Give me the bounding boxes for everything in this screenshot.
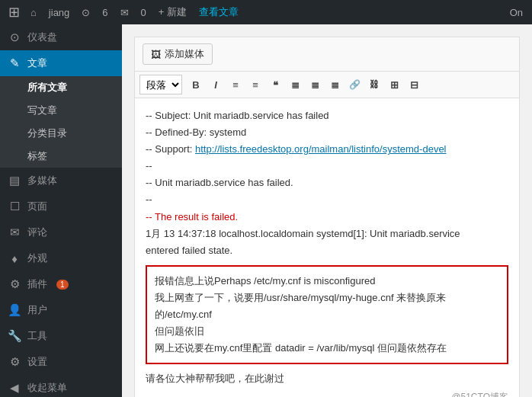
content-line5: -- Unit mariadb.service has failed.: [146, 174, 508, 191]
bold-button[interactable]: B: [187, 75, 205, 94]
error-line1: 报错信息上说Perhaps /etc/my.cnf is misconfigur…: [155, 273, 499, 290]
sidebar-item-collapse[interactable]: ◀ 收起菜单: [0, 375, 122, 397]
fullscreen-button[interactable]: ⊟: [405, 75, 423, 94]
on-label: On: [510, 7, 523, 18]
blockquote-button[interactable]: ❝: [266, 75, 284, 94]
tools-icon: 🔧: [8, 329, 21, 343]
add-media-bar: 🖼 添加媒体: [135, 37, 519, 72]
sidebar-item-posts[interactable]: ✎ 文章: [0, 50, 122, 76]
editor-wrap: 🖼 添加媒体 段落 B I ≡ ≡ ❝ ≣ ≣ ≣ 🔗 ⛓ ⊞ ⊟: [134, 37, 520, 397]
updates-icon: ⊙: [82, 7, 90, 18]
error-line2: 我上网查了一下，说要用/usr/share/mysql/my-huge.cnf …: [155, 290, 499, 306]
sidebar-item-appearance[interactable]: ♦ 外观: [0, 245, 122, 271]
sidebar-item-tags[interactable]: 标签: [0, 145, 122, 168]
sidebar-item-categories[interactable]: 分类目录: [0, 122, 122, 145]
appearance-label: 外观: [27, 251, 47, 265]
comments-count: 0: [141, 7, 146, 18]
comments-icon: ✉: [120, 7, 129, 18]
list-ol-button[interactable]: ≡: [246, 75, 264, 94]
link-button[interactable]: 🔗: [345, 75, 364, 94]
sidebar-item-settings[interactable]: ⚙ 设置: [0, 349, 122, 375]
pages-icon: ☐: [8, 200, 21, 213]
media-label: 多媒体: [27, 174, 57, 187]
support-prefix: -- Support:: [146, 143, 195, 155]
italic-button[interactable]: I: [207, 75, 225, 94]
comments-menu-icon: ✉: [8, 226, 21, 239]
content-line1: -- Subject: Unit mariadb.service has fai…: [146, 107, 508, 124]
sidebar-item-new-post[interactable]: 写文章: [0, 99, 122, 122]
content-line8b: entered failed state.: [146, 242, 508, 259]
plugins-badge: 1: [56, 280, 69, 290]
posts-icon: ✎: [8, 56, 21, 70]
collapse-icon: ◀: [8, 381, 21, 395]
error-line2b: 的/etc/my.cnf: [155, 306, 499, 323]
media-icon: ▤: [8, 174, 21, 187]
error-box: 报错信息上说Perhaps /etc/my.cnf is misconfigur…: [146, 265, 508, 364]
content-line8: 1月 13 14:37:18 localhost.localdomain sys…: [146, 226, 508, 242]
users-icon: 👤: [8, 303, 21, 317]
dashboard-icon: ⊙: [8, 30, 21, 44]
sidebar-item-plugins[interactable]: ⚙ 插件 1: [0, 271, 122, 297]
content-line6: --: [146, 191, 508, 208]
site-name[interactable]: jiang: [49, 7, 69, 18]
unlink-button[interactable]: ⛓: [365, 75, 383, 94]
view-posts-btn[interactable]: 查看文章: [199, 5, 239, 19]
sidebar-item-media[interactable]: ▤ 多媒体: [0, 168, 122, 194]
plugins-icon: ⚙: [8, 277, 21, 291]
content-line4: --: [146, 158, 508, 174]
admin-bar: ⊞ ⌂ jiang ⊙ 6 ✉ 0 + 新建 查看文章 On: [0, 0, 532, 24]
content-line2: -- Defined-By: systemd: [146, 124, 508, 141]
dashboard-label: 仪表盘: [27, 30, 57, 44]
main-content: 🖼 添加媒体 段落 B I ≡ ≡ ❝ ≣ ≣ ≣ 🔗 ⛓ ⊞ ⊟: [122, 0, 532, 397]
tools-label: 工具: [27, 329, 47, 343]
posts-label: 文章: [27, 56, 47, 70]
wp-logo-icon: ⊞: [6, 5, 21, 20]
more-button[interactable]: ⊞: [385, 75, 403, 94]
align-right-button[interactable]: ≣: [325, 75, 344, 94]
settings-label: 设置: [27, 355, 47, 369]
content-area: 🖼 添加媒体 段落 B I ≡ ≡ ❝ ≣ ≣ ≣ 🔗 ⛓ ⊞ ⊟: [122, 24, 532, 397]
appearance-icon: ♦: [8, 252, 21, 265]
pages-label: 页面: [27, 200, 47, 213]
sidebar-item-users[interactable]: 👤 用户: [0, 297, 122, 323]
editor-content[interactable]: -- Subject: Unit mariadb.service has fai…: [135, 98, 519, 397]
sidebar: ⊙ 仪表盘 ✎ 文章 所有文章 写文章 分类目录 标签 ▤ 多媒体 ☐ 页面 ✉…: [0, 0, 122, 397]
new-post-btn[interactable]: + 新建: [159, 5, 187, 19]
editor-toolbar: 段落 B I ≡ ≡ ❝ ≣ ≣ ≣ 🔗 ⛓ ⊞ ⊟: [135, 72, 519, 98]
updates-count: 6: [102, 7, 107, 18]
paragraph-select[interactable]: 段落: [139, 75, 182, 94]
content-line7: -- The result is failed.: [146, 209, 508, 226]
add-media-label: 添加媒体: [165, 47, 204, 61]
support-link[interactable]: http://lists.freedesktop.org/mailman/lis…: [195, 143, 446, 155]
align-left-button[interactable]: ≣: [286, 75, 304, 94]
sidebar-item-tools[interactable]: 🔧 工具: [0, 323, 122, 349]
error-line3: 但问题依旧: [155, 323, 499, 340]
add-media-icon: 🖼: [151, 49, 161, 60]
posts-submenu: 所有文章 写文章 分类目录 标签: [0, 76, 122, 168]
error-line4: 网上还说要在my.cnf里配置 datadir = /var/lib/mysql…: [155, 340, 499, 357]
thank-line: 请各位大神帮帮我吧，在此谢过: [146, 370, 508, 387]
list-ul-button[interactable]: ≡: [226, 75, 245, 94]
align-center-button[interactable]: ≣: [306, 75, 324, 94]
comments-menu-label: 评论: [27, 226, 47, 239]
add-media-button[interactable]: 🖼 添加媒体: [143, 43, 213, 65]
sidebar-item-pages[interactable]: ☐ 页面: [0, 194, 122, 219]
collapse-label: 收起菜单: [27, 381, 67, 395]
home-icon: ⌂: [30, 7, 37, 18]
plugins-label: 插件: [27, 277, 47, 291]
settings-icon: ⚙: [8, 355, 21, 369]
sidebar-item-comments[interactable]: ✉ 评论: [0, 219, 122, 245]
content-line3: -- Support: http://lists.freedesktop.org…: [146, 141, 508, 158]
footer-note: @51CTO博客: [146, 390, 508, 397]
sidebar-item-all-posts[interactable]: 所有文章: [0, 76, 122, 99]
sidebar-item-dashboard[interactable]: ⊙ 仪表盘: [0, 24, 122, 50]
users-label: 用户: [27, 303, 47, 317]
